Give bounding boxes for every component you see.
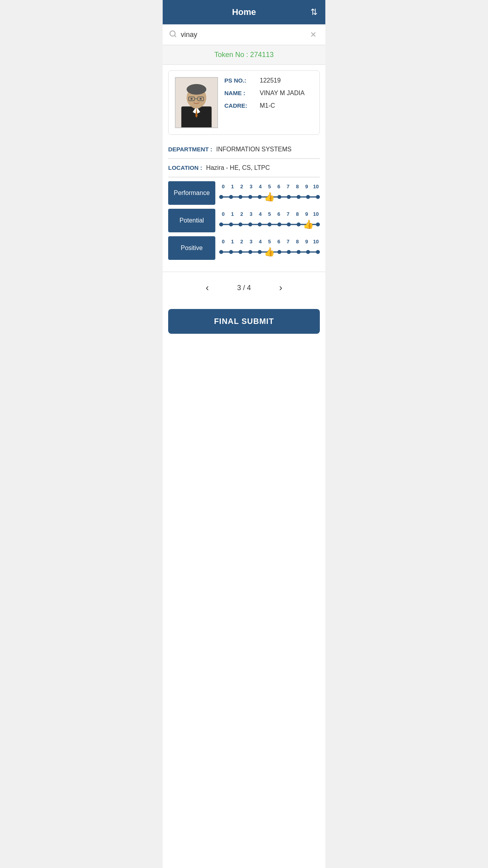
slider-num-0-3: 3: [247, 184, 255, 189]
slider-row-1: Potential 012345678910 👍: [168, 209, 320, 232]
slider-num-0-5: 5: [266, 184, 273, 189]
slider-num-2-2: 2: [238, 239, 246, 245]
slider-dot-2-1[interactable]: [229, 250, 233, 254]
next-page-button[interactable]: ›: [275, 280, 287, 296]
svg-line-1: [174, 35, 176, 37]
page-indicator: 3 / 4: [237, 284, 251, 292]
slider-num-2-0: 0: [219, 239, 227, 245]
token-bar: Token No : 274113: [163, 45, 325, 65]
slider-num-2-8: 8: [294, 239, 301, 245]
prev-page-button[interactable]: ‹: [201, 280, 213, 296]
token-number: Token No : 274113: [214, 51, 273, 59]
svg-point-12: [191, 98, 193, 100]
department-value: INFORMATION SYSTEMS: [216, 146, 292, 153]
slider-dot-1-10[interactable]: [316, 223, 320, 226]
slider-num-2-10: 10: [312, 239, 320, 245]
slider-label-0[interactable]: Performance: [168, 181, 215, 205]
slider-dot-2-6[interactable]: [277, 250, 281, 254]
slider-dot-1-8[interactable]: [297, 223, 301, 226]
slider-num-0-1: 1: [229, 184, 237, 189]
location-label: LOCATION :: [168, 164, 202, 171]
search-input[interactable]: [181, 31, 308, 39]
name-label: NAME :: [224, 90, 260, 96]
slider-dots-2[interactable]: 👍: [219, 250, 320, 254]
slider-track-container-0[interactable]: 012345678910 👍: [219, 184, 320, 203]
slider-dot-2-7[interactable]: [287, 250, 291, 254]
profile-card: PS NO.: 122519 NAME : VINAY M JADIA CADR…: [168, 70, 320, 135]
slider-group-2: Positive 012345678910 👍: [168, 236, 320, 260]
slider-dot-0-1[interactable]: [229, 195, 233, 199]
department-label: DEPARTMENT :: [168, 146, 212, 153]
ps-no-row: PS NO.: 122519: [224, 77, 313, 84]
slider-num-2-7: 7: [284, 239, 292, 245]
slider-track-wrap-1[interactable]: 👍: [219, 219, 320, 230]
slider-num-2-3: 3: [247, 239, 255, 245]
slider-dot-1-4[interactable]: [258, 223, 262, 226]
slider-dot-2-9[interactable]: [306, 250, 310, 254]
slider-num-1-3: 3: [247, 211, 255, 217]
header-title: Home: [232, 7, 256, 17]
slider-dot-0-10[interactable]: [316, 195, 320, 199]
slider-num-1-6: 6: [275, 211, 283, 217]
slider-label-1[interactable]: Potential: [168, 209, 215, 232]
slider-track-container-2[interactable]: 012345678910 👍: [219, 239, 320, 258]
slider-dot-0-3[interactable]: [248, 195, 252, 199]
slider-dot-1-1[interactable]: [229, 223, 233, 226]
slider-dot-0-6[interactable]: [277, 195, 281, 199]
slider-dot-2-10[interactable]: [316, 250, 320, 254]
slider-dot-0-2[interactable]: [238, 195, 242, 199]
department-row: DEPARTMENT : INFORMATION SYSTEMS: [168, 140, 320, 159]
slider-numbers-2: 012345678910: [219, 239, 320, 245]
slider-dot-0-4[interactable]: [258, 195, 262, 199]
slider-num-1-9: 9: [303, 211, 310, 217]
slider-dot-0-0[interactable]: [219, 195, 223, 199]
name-value: VINAY M JADIA: [260, 90, 305, 97]
ps-no-value: 122519: [260, 77, 281, 84]
slider-dot-2-8[interactable]: [297, 250, 301, 254]
final-submit-button[interactable]: FINAL SUBMIT: [168, 309, 320, 334]
slider-num-1-0: 0: [219, 211, 227, 217]
slider-num-0-9: 9: [303, 184, 310, 189]
slider-dot-0-7[interactable]: [287, 195, 291, 199]
slider-thumb-2[interactable]: 👍: [268, 250, 272, 254]
slider-num-2-9: 9: [303, 239, 310, 245]
slider-dot-0-8[interactable]: [297, 195, 301, 199]
pagination: ‹ 3 / 4 ›: [163, 272, 325, 303]
search-bar: ✕: [163, 24, 325, 45]
slider-num-0-6: 6: [275, 184, 283, 189]
slider-dot-1-2[interactable]: [238, 223, 242, 226]
slider-dots-1[interactable]: 👍: [219, 223, 320, 226]
slider-num-2-4: 4: [256, 239, 264, 245]
slider-num-1-4: 4: [256, 211, 264, 217]
slider-dot-1-7[interactable]: [287, 223, 291, 226]
slider-dot-2-3[interactable]: [248, 250, 252, 254]
sort-icon[interactable]: ⇅: [310, 7, 317, 17]
slider-num-1-2: 2: [238, 211, 246, 217]
slider-thumb-1[interactable]: 👍: [306, 223, 310, 226]
slider-num-1-10: 10: [312, 211, 320, 217]
slider-dot-1-6[interactable]: [277, 223, 281, 226]
slider-dot-2-2[interactable]: [238, 250, 242, 254]
slider-dot-2-4[interactable]: [258, 250, 262, 254]
location-row: LOCATION : Hazira - HE, CS, LTPC: [168, 159, 320, 177]
slider-row-2: Positive 012345678910 👍: [168, 236, 320, 260]
slider-dot-1-5[interactable]: [268, 223, 272, 226]
slider-thumb-0[interactable]: 👍: [268, 195, 272, 199]
slider-dot-1-3[interactable]: [248, 223, 252, 226]
slider-dot-2-0[interactable]: [219, 250, 223, 254]
slider-group-0: Performance 012345678910 👍: [168, 181, 320, 205]
slider-num-0-0: 0: [219, 184, 227, 189]
slider-dot-1-0[interactable]: [219, 223, 223, 226]
slider-group-1: Potential 012345678910 👍: [168, 209, 320, 232]
slider-track-wrap-2[interactable]: 👍: [219, 246, 320, 258]
location-value: Hazira - HE, CS, LTPC: [206, 164, 270, 171]
app-header: Home ⇅: [163, 0, 325, 24]
slider-dots-0[interactable]: 👍: [219, 195, 320, 199]
slider-num-2-1: 1: [229, 239, 237, 245]
slider-track-container-1[interactable]: 012345678910 👍: [219, 211, 320, 230]
slider-label-2[interactable]: Positive: [168, 236, 215, 260]
slider-dot-0-9[interactable]: [306, 195, 310, 199]
slider-track-wrap-0[interactable]: 👍: [219, 191, 320, 203]
clear-search-button[interactable]: ✕: [308, 29, 319, 40]
profile-photo: [175, 77, 218, 128]
